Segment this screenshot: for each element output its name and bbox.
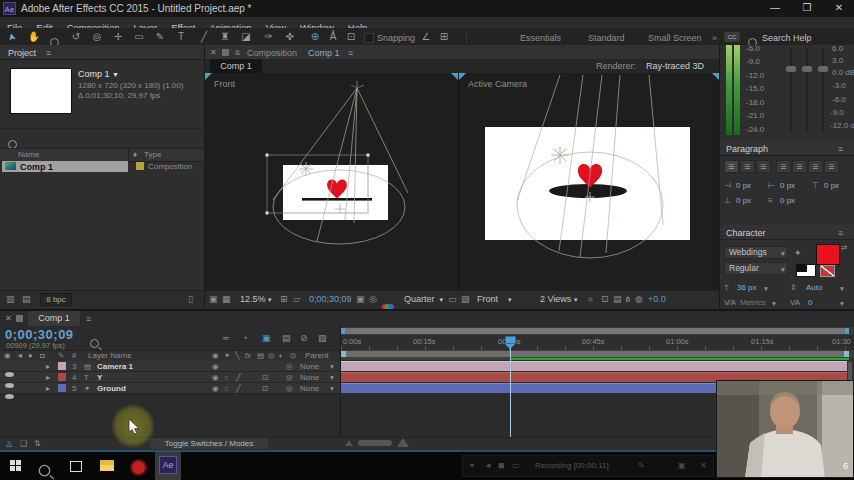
axis-mode-world-icon[interactable]: Å [325,31,341,43]
maximize-button[interactable]: ❐ [792,0,822,16]
comp-mini-tab[interactable]: Comp 1 [210,59,262,73]
align-center-button[interactable]: ☰ [740,160,755,173]
fill-color-swatch[interactable] [816,244,840,265]
column-layer-name[interactable]: Layer Name [88,351,132,360]
swap-fill-stroke-icon[interactable]: ⇄ [841,243,847,252]
recorder-draw-icon[interactable]: ✎ [638,461,645,470]
panel-lock-icon[interactable]: & [235,48,240,57]
comp-current-time[interactable]: 0;00;30;09 [309,294,352,304]
recorder-close-icon[interactable]: ✕ [700,461,707,470]
eyedropper-icon[interactable]: ✦ [794,248,802,258]
task-view-icon[interactable] [70,461,82,472]
font-style-dropdown[interactable]: Regular [724,262,788,275]
kerning-value[interactable]: Metrics [740,298,766,307]
layer-3d-switch-icon[interactable]: ⊡ [262,384,268,393]
indent-left-value[interactable]: 0 px [736,181,751,190]
playhead-line[interactable] [510,336,511,437]
column-type[interactable]: Type [144,150,161,159]
navigator-start-handle[interactable] [341,328,345,334]
snapshot-icon[interactable]: ▣ [356,294,365,304]
tracking-value[interactable]: 0 [808,298,812,307]
layer-expand-arrow[interactable]: ▸ [46,362,50,371]
layer-switch-icon[interactable]: ◉ [212,362,219,371]
audio-slider-track[interactable] [822,48,824,133]
snap-frame-icon[interactable]: ⊞ [436,31,452,43]
comp-tab-close-icon[interactable]: ✕ [210,48,217,57]
work-area-start-handle[interactable] [341,351,346,357]
hand-tool-icon[interactable]: ✋ [26,31,42,43]
layer-label-swatch[interactable] [58,384,66,392]
paragraph-panel-title[interactable]: Paragraph [726,144,768,154]
resolution-dropdown[interactable]: Quarter ▾ [404,294,443,304]
default-colors-swatch[interactable] [796,264,816,277]
close-button[interactable]: ✕ [824,0,854,16]
align-right-button[interactable]: ☰ [756,160,771,173]
frame-blending-icon[interactable]: ▤ [282,333,291,343]
puppet-pin-tool-icon[interactable]: ✜ [282,31,298,43]
space-after-value[interactable]: 0 px [780,196,795,205]
roto-brush-tool-icon[interactable]: ✑ [261,31,277,43]
time-navigator-thumb[interactable] [343,328,849,334]
justify-last-left-button[interactable]: ☰ [776,160,791,173]
layer-label-swatch[interactable] [58,373,66,381]
layer-switch-icon[interactable]: ◉ [212,373,219,382]
expand-in-icon[interactable]: ◬ [6,439,12,448]
layer-name[interactable]: Y [97,373,102,382]
no-stroke-swatch[interactable] [820,265,835,277]
eraser-tool-icon[interactable]: ◪ [238,31,254,43]
recorder-rewind-icon[interactable]: ◄ [484,461,492,470]
type-tool-icon[interactable]: T [173,31,189,43]
layer-name[interactable]: Ground [97,384,126,393]
expand-out-icon[interactable]: ❏ [20,439,27,448]
comp-panel-menu-icon[interactable]: ≡ [348,48,353,58]
layer-label-swatch[interactable] [58,362,66,370]
axis-mode-local-icon[interactable]: ⊕ [307,31,323,43]
renderer-value[interactable]: Ray-traced 3D [646,61,704,71]
recorder-stop-icon[interactable]: ◼ [498,461,505,470]
zoom-out-mountain-icon[interactable] [345,440,353,446]
timeline-zoom-slider[interactable] [358,440,392,446]
column-name[interactable]: Name [18,150,39,159]
tab-project[interactable]: Project [8,48,36,58]
justify-last-center-button[interactable]: ☰ [792,160,807,173]
indent-right-value[interactable]: 0 px [780,181,795,190]
zoom-level-dropdown[interactable]: 12.5% ▾ [240,294,272,304]
first-line-indent-value[interactable]: 0 px [824,181,839,190]
camera-tool-icon[interactable]: ◎ [89,31,105,43]
leading-value[interactable]: Auto [806,283,822,292]
layer-name[interactable]: Camera 1 [97,362,133,371]
font-size-value[interactable]: 36 px [737,283,757,292]
view-dropdown[interactable]: Front ▾ [477,294,512,304]
after-effects-taskbar-icon[interactable]: Ae [159,456,177,474]
new-folder-icon[interactable]: ▤ [22,294,31,304]
clone-stamp-tool-icon[interactable]: ♜ [217,31,233,43]
comp-mini-flowchart-icon[interactable]: ≂ [222,333,230,343]
transparency-grid-icon[interactable]: ▨ [461,294,470,304]
audio-slider-knob[interactable] [786,66,796,72]
paragraph-panel-menu-icon[interactable]: ≡ [838,144,843,154]
shape-tool-icon[interactable]: ▭ [131,31,147,43]
snapping-checkbox[interactable] [364,33,374,43]
viewport-front[interactable] [205,73,459,290]
parent-pickwhip-icon[interactable]: ◎ [286,384,293,393]
column-parent[interactable]: Parent [305,351,329,360]
navigator-end-handle[interactable] [845,328,849,334]
screen-recorder-icon[interactable] [130,459,147,476]
file-explorer-icon[interactable] [100,460,114,471]
space-before-value[interactable]: 0 px [736,196,751,205]
taskbar-search-icon[interactable] [39,458,51,480]
timeline-button-icon[interactable]: ▤ [613,294,622,304]
brush-tool-icon[interactable]: ╱ [196,31,212,43]
trash-icon[interactable]: ▯ [188,294,193,304]
project-panel-menu-icon[interactable]: ≡ [46,48,51,58]
graph-editor-icon[interactable]: ▨ [318,333,327,343]
layer-duration-bar-camera[interactable] [341,361,849,371]
snap-angle-icon[interactable]: ∠ [418,31,434,43]
show-snapshot-icon[interactable]: ◎ [369,294,377,304]
zoom-in-mountain-icon[interactable] [397,438,409,447]
interpret-footage-icon[interactable]: ▥ [6,294,15,304]
recorder-pause-icon[interactable]: ▭ [512,461,520,470]
column-divider[interactable] [128,148,129,160]
work-area-bar[interactable] [343,351,849,357]
project-bpc-button[interactable]: 8 bpc [40,293,72,306]
